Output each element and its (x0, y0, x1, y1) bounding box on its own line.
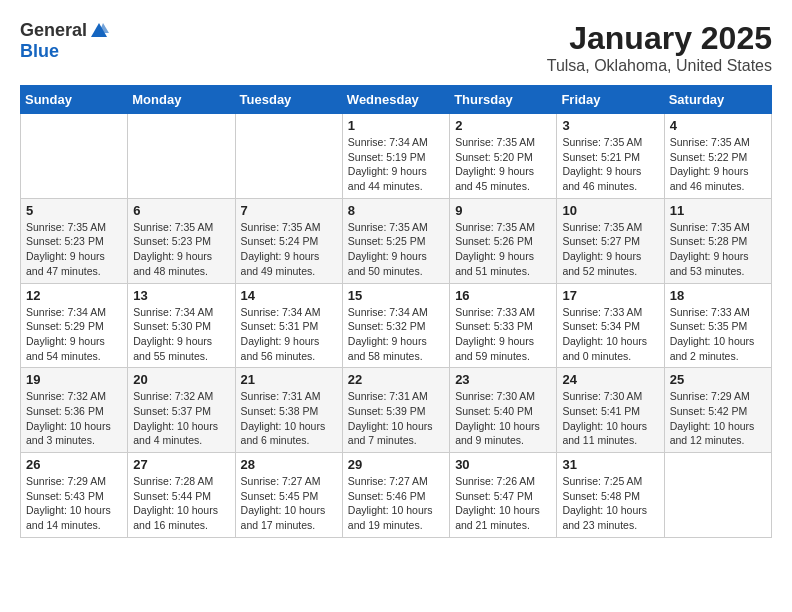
calendar-cell: 4Sunrise: 7:35 AM Sunset: 5:22 PM Daylig… (664, 114, 771, 199)
day-info: Sunrise: 7:35 AM Sunset: 5:26 PM Dayligh… (455, 220, 551, 279)
day-number: 8 (348, 203, 444, 218)
calendar-cell: 31Sunrise: 7:25 AM Sunset: 5:48 PM Dayli… (557, 453, 664, 538)
page-header: General Blue January 2025 Tulsa, Oklahom… (20, 20, 772, 75)
day-info: Sunrise: 7:32 AM Sunset: 5:37 PM Dayligh… (133, 389, 229, 448)
calendar-cell: 26Sunrise: 7:29 AM Sunset: 5:43 PM Dayli… (21, 453, 128, 538)
calendar-cell: 25Sunrise: 7:29 AM Sunset: 5:42 PM Dayli… (664, 368, 771, 453)
weekday-header-saturday: Saturday (664, 86, 771, 114)
day-info: Sunrise: 7:27 AM Sunset: 5:45 PM Dayligh… (241, 474, 337, 533)
weekday-header-row: SundayMondayTuesdayWednesdayThursdayFrid… (21, 86, 772, 114)
calendar-cell: 9Sunrise: 7:35 AM Sunset: 5:26 PM Daylig… (450, 198, 557, 283)
day-info: Sunrise: 7:32 AM Sunset: 5:36 PM Dayligh… (26, 389, 122, 448)
calendar-cell: 1Sunrise: 7:34 AM Sunset: 5:19 PM Daylig… (342, 114, 449, 199)
day-number: 31 (562, 457, 658, 472)
day-number: 7 (241, 203, 337, 218)
calendar-table: SundayMondayTuesdayWednesdayThursdayFrid… (20, 85, 772, 538)
day-info: Sunrise: 7:35 AM Sunset: 5:24 PM Dayligh… (241, 220, 337, 279)
calendar-cell: 30Sunrise: 7:26 AM Sunset: 5:47 PM Dayli… (450, 453, 557, 538)
day-info: Sunrise: 7:33 AM Sunset: 5:34 PM Dayligh… (562, 305, 658, 364)
day-info: Sunrise: 7:29 AM Sunset: 5:43 PM Dayligh… (26, 474, 122, 533)
day-number: 13 (133, 288, 229, 303)
logo-icon (89, 21, 109, 41)
day-info: Sunrise: 7:25 AM Sunset: 5:48 PM Dayligh… (562, 474, 658, 533)
day-number: 17 (562, 288, 658, 303)
calendar-cell (128, 114, 235, 199)
calendar-cell: 18Sunrise: 7:33 AM Sunset: 5:35 PM Dayli… (664, 283, 771, 368)
weekday-header-monday: Monday (128, 86, 235, 114)
day-info: Sunrise: 7:35 AM Sunset: 5:22 PM Dayligh… (670, 135, 766, 194)
calendar-cell: 12Sunrise: 7:34 AM Sunset: 5:29 PM Dayli… (21, 283, 128, 368)
month-title: January 2025 (547, 20, 772, 57)
calendar-cell: 2Sunrise: 7:35 AM Sunset: 5:20 PM Daylig… (450, 114, 557, 199)
day-number: 23 (455, 372, 551, 387)
day-number: 6 (133, 203, 229, 218)
day-info: Sunrise: 7:31 AM Sunset: 5:39 PM Dayligh… (348, 389, 444, 448)
day-number: 24 (562, 372, 658, 387)
day-number: 29 (348, 457, 444, 472)
day-info: Sunrise: 7:31 AM Sunset: 5:38 PM Dayligh… (241, 389, 337, 448)
day-number: 21 (241, 372, 337, 387)
day-number: 20 (133, 372, 229, 387)
week-row-5: 26Sunrise: 7:29 AM Sunset: 5:43 PM Dayli… (21, 453, 772, 538)
calendar-cell: 3Sunrise: 7:35 AM Sunset: 5:21 PM Daylig… (557, 114, 664, 199)
day-number: 25 (670, 372, 766, 387)
day-number: 30 (455, 457, 551, 472)
day-info: Sunrise: 7:35 AM Sunset: 5:25 PM Dayligh… (348, 220, 444, 279)
day-info: Sunrise: 7:34 AM Sunset: 5:19 PM Dayligh… (348, 135, 444, 194)
day-number: 3 (562, 118, 658, 133)
calendar-cell: 27Sunrise: 7:28 AM Sunset: 5:44 PM Dayli… (128, 453, 235, 538)
day-number: 2 (455, 118, 551, 133)
calendar-cell: 20Sunrise: 7:32 AM Sunset: 5:37 PM Dayli… (128, 368, 235, 453)
calendar-cell: 10Sunrise: 7:35 AM Sunset: 5:27 PM Dayli… (557, 198, 664, 283)
title-block: January 2025 Tulsa, Oklahoma, United Sta… (547, 20, 772, 75)
calendar-cell: 5Sunrise: 7:35 AM Sunset: 5:23 PM Daylig… (21, 198, 128, 283)
day-info: Sunrise: 7:28 AM Sunset: 5:44 PM Dayligh… (133, 474, 229, 533)
calendar-cell: 19Sunrise: 7:32 AM Sunset: 5:36 PM Dayli… (21, 368, 128, 453)
day-info: Sunrise: 7:35 AM Sunset: 5:21 PM Dayligh… (562, 135, 658, 194)
week-row-4: 19Sunrise: 7:32 AM Sunset: 5:36 PM Dayli… (21, 368, 772, 453)
day-info: Sunrise: 7:35 AM Sunset: 5:28 PM Dayligh… (670, 220, 766, 279)
day-number: 15 (348, 288, 444, 303)
day-number: 4 (670, 118, 766, 133)
calendar-cell: 13Sunrise: 7:34 AM Sunset: 5:30 PM Dayli… (128, 283, 235, 368)
day-number: 16 (455, 288, 551, 303)
calendar-cell: 23Sunrise: 7:30 AM Sunset: 5:40 PM Dayli… (450, 368, 557, 453)
day-number: 9 (455, 203, 551, 218)
calendar-cell: 29Sunrise: 7:27 AM Sunset: 5:46 PM Dayli… (342, 453, 449, 538)
day-info: Sunrise: 7:35 AM Sunset: 5:27 PM Dayligh… (562, 220, 658, 279)
week-row-3: 12Sunrise: 7:34 AM Sunset: 5:29 PM Dayli… (21, 283, 772, 368)
day-info: Sunrise: 7:27 AM Sunset: 5:46 PM Dayligh… (348, 474, 444, 533)
calendar-cell: 8Sunrise: 7:35 AM Sunset: 5:25 PM Daylig… (342, 198, 449, 283)
calendar-cell: 22Sunrise: 7:31 AM Sunset: 5:39 PM Dayli… (342, 368, 449, 453)
day-number: 12 (26, 288, 122, 303)
calendar-cell: 7Sunrise: 7:35 AM Sunset: 5:24 PM Daylig… (235, 198, 342, 283)
day-info: Sunrise: 7:26 AM Sunset: 5:47 PM Dayligh… (455, 474, 551, 533)
weekday-header-thursday: Thursday (450, 86, 557, 114)
day-info: Sunrise: 7:35 AM Sunset: 5:23 PM Dayligh… (133, 220, 229, 279)
location: Tulsa, Oklahoma, United States (547, 57, 772, 75)
day-info: Sunrise: 7:34 AM Sunset: 5:32 PM Dayligh… (348, 305, 444, 364)
calendar-cell: 28Sunrise: 7:27 AM Sunset: 5:45 PM Dayli… (235, 453, 342, 538)
day-number: 22 (348, 372, 444, 387)
calendar-cell: 17Sunrise: 7:33 AM Sunset: 5:34 PM Dayli… (557, 283, 664, 368)
logo: General Blue (20, 20, 109, 62)
calendar-cell: 14Sunrise: 7:34 AM Sunset: 5:31 PM Dayli… (235, 283, 342, 368)
day-info: Sunrise: 7:34 AM Sunset: 5:30 PM Dayligh… (133, 305, 229, 364)
day-info: Sunrise: 7:34 AM Sunset: 5:31 PM Dayligh… (241, 305, 337, 364)
logo-general-text: General (20, 20, 87, 41)
day-info: Sunrise: 7:34 AM Sunset: 5:29 PM Dayligh… (26, 305, 122, 364)
calendar-cell: 15Sunrise: 7:34 AM Sunset: 5:32 PM Dayli… (342, 283, 449, 368)
weekday-header-tuesday: Tuesday (235, 86, 342, 114)
day-number: 18 (670, 288, 766, 303)
day-number: 1 (348, 118, 444, 133)
day-info: Sunrise: 7:30 AM Sunset: 5:40 PM Dayligh… (455, 389, 551, 448)
weekday-header-friday: Friday (557, 86, 664, 114)
day-number: 11 (670, 203, 766, 218)
day-info: Sunrise: 7:35 AM Sunset: 5:20 PM Dayligh… (455, 135, 551, 194)
calendar-cell: 24Sunrise: 7:30 AM Sunset: 5:41 PM Dayli… (557, 368, 664, 453)
day-info: Sunrise: 7:33 AM Sunset: 5:35 PM Dayligh… (670, 305, 766, 364)
day-info: Sunrise: 7:35 AM Sunset: 5:23 PM Dayligh… (26, 220, 122, 279)
calendar-cell: 21Sunrise: 7:31 AM Sunset: 5:38 PM Dayli… (235, 368, 342, 453)
day-info: Sunrise: 7:30 AM Sunset: 5:41 PM Dayligh… (562, 389, 658, 448)
week-row-1: 1Sunrise: 7:34 AM Sunset: 5:19 PM Daylig… (21, 114, 772, 199)
